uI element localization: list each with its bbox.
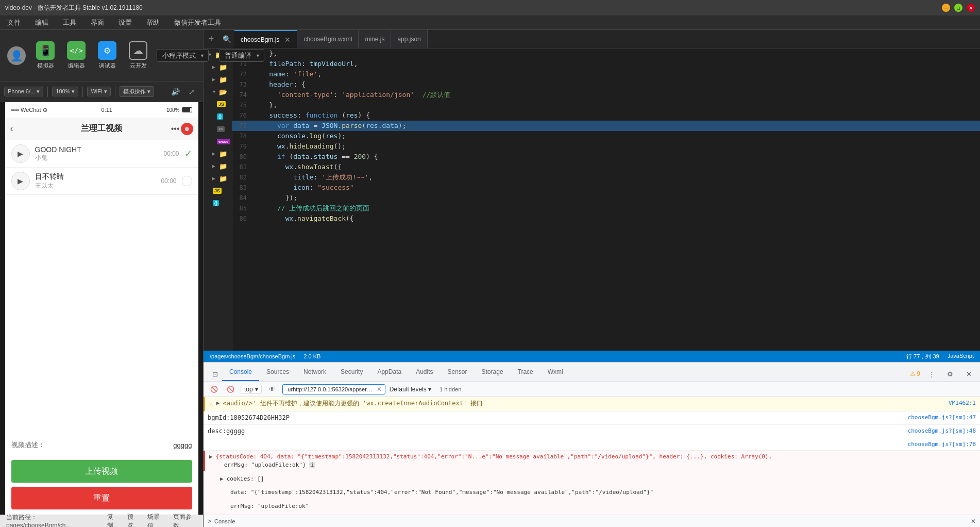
zoom-select[interactable]: 100% ▾: [52, 87, 78, 96]
close-tab-choosebgm-js[interactable]: ✕: [284, 36, 291, 44]
copy-button[interactable]: 复制: [107, 513, 119, 528]
record-button[interactable]: ⏺: [181, 123, 193, 135]
console-top-filter[interactable]: top ▾: [241, 385, 262, 394]
devtools-more-button[interactable]: ⋮: [924, 367, 939, 381]
mode-select-wrapper[interactable]: 小程序模式: [157, 49, 209, 62]
upload-video-button[interactable]: 上传视频: [11, 460, 192, 483]
song-item-2[interactable]: ▶ 目不转睛 王以太 00:00: [5, 168, 198, 195]
menu-wechat-devtools[interactable]: 微信开发者工具: [171, 17, 224, 28]
devtools-settings-button[interactable]: ⚙: [943, 367, 957, 381]
tab-sensor[interactable]: Sensor: [441, 364, 475, 381]
log-link-bgmid-1[interactable]: chooseBgm.js?[sm]:47: [908, 414, 976, 421]
default-levels-button[interactable]: Default levels ▾: [390, 386, 431, 393]
console-url-filter[interactable]: -urhttp://127.0.0.1:56320/appservice/_ ✕: [282, 384, 385, 394]
tab-storage[interactable]: Storage: [475, 364, 511, 381]
tab-choosebgm-wxml[interactable]: chooseBgm.wxml: [297, 30, 359, 48]
tab-console[interactable]: Console: [222, 364, 259, 381]
play-button-2[interactable]: ▶: [11, 172, 30, 190]
tree-folder-choosen[interactable]: ▼ 📂: [204, 86, 232, 98]
log-text-bgmid-1: bgmId:18052674D26HH32P: [208, 414, 290, 422]
devtools-close-button[interactable]: ✕: [961, 367, 976, 381]
tab-app-json[interactable]: app.json: [391, 30, 427, 48]
expand-arrow-1[interactable]: ▶: [216, 399, 220, 407]
tree-file-js[interactable]: JS: [204, 98, 232, 110]
menu-settings[interactable]: 设置: [115, 17, 135, 28]
select-circle-2[interactable]: [182, 176, 192, 186]
console-prompt-icon[interactable]: >: [208, 518, 211, 525]
profile-button[interactable]: 👤: [4, 44, 29, 67]
tab-trace[interactable]: Trace: [511, 364, 540, 381]
expand-arrow-err[interactable]: ▶: [209, 453, 213, 460]
log-link-empty[interactable]: chooseBgm.js?[sm]:78: [908, 440, 976, 448]
menu-view[interactable]: 界面: [88, 17, 107, 28]
song-title-1: GOOD NIGHT: [35, 145, 159, 154]
editor-button[interactable]: </> 编辑器: [62, 38, 91, 73]
back-button[interactable]: ‹: [10, 123, 13, 134]
devtools-dock-button[interactable]: ⊡: [208, 367, 222, 381]
log-text-desc-1: desc:ggggg: [208, 427, 245, 436]
code-line-82: 82 title: '上传成功!~~',: [232, 172, 980, 183]
tree-file-jsx-2[interactable]: (): [204, 197, 232, 209]
page-params-button[interactable]: 页面参数: [173, 513, 197, 528]
menu-tools[interactable]: 工具: [60, 17, 79, 28]
reset-button[interactable]: 重置: [11, 487, 192, 509]
tree-folder-4[interactable]: ▶ 📁: [204, 160, 232, 172]
action-select[interactable]: 模拟操作 ▾: [120, 86, 154, 97]
menu-help[interactable]: 帮助: [143, 17, 163, 28]
code-editor[interactable]: 70 }, 71 filePath: tmpVideoUrl, 72 name:…: [232, 48, 980, 351]
menu-edit[interactable]: 编辑: [32, 17, 52, 28]
volume-btn[interactable]: 🔊: [168, 85, 182, 99]
preview-status-button[interactable]: 预览: [127, 513, 139, 528]
url-filter-clear[interactable]: ✕: [377, 386, 382, 393]
search-tab-button[interactable]: 🔍: [219, 30, 234, 48]
warning-count: 9: [917, 370, 920, 377]
song-item-1[interactable]: ▶ GOOD NIGHT 小鬼 00:00 ✓: [5, 140, 198, 168]
tree-folder-2[interactable]: ▶ 📁: [204, 73, 232, 86]
compile-select[interactable]: 普通编译: [219, 49, 264, 62]
tab-mine-js[interactable]: mine.js: [359, 30, 391, 48]
tab-network[interactable]: Network: [296, 364, 333, 381]
tree-file-wxml[interactable]: <>: [204, 123, 232, 135]
maximize-button[interactable]: □: [954, 4, 962, 12]
language: JavaScript: [948, 353, 974, 360]
play-button-1[interactable]: ▶: [11, 144, 30, 163]
tab-security[interactable]: Security: [333, 364, 370, 381]
menu-file[interactable]: 文件: [4, 17, 24, 28]
minimize-button[interactable]: ─: [942, 4, 950, 12]
tab-appdata[interactable]: AppData: [370, 364, 409, 381]
warning-icon: ⚠: [910, 370, 916, 377]
tree-folder-5[interactable]: ▶ 📁: [204, 172, 232, 185]
cloud-dev-button[interactable]: ☁ 云开发: [124, 38, 153, 73]
tab-sources[interactable]: Sources: [259, 364, 296, 381]
log-link-desc-1[interactable]: chooseBgm.js?[sm]:48: [908, 427, 976, 435]
device-select[interactable]: Phone 6/... ▾: [4, 87, 43, 96]
devtools-bottom-close[interactable]: ✕: [971, 518, 976, 525]
console-toolbar: 🚫 🚫 top ▾ 👁 -urhttp://127.0.0.1:56320/ap…: [204, 382, 980, 397]
warn-text-1: <audio/>' 组件不再维护，建议使用能力更强的 'wx.createInn…: [223, 399, 483, 408]
folder-icon-4: 📁: [219, 162, 227, 170]
compile-select-wrapper[interactable]: 普通编译: [219, 49, 264, 62]
tree-folder-3[interactable]: ▶ 📁: [204, 147, 232, 160]
debugger-button[interactable]: ⚙ 调试器: [93, 38, 122, 73]
tree-folder-1[interactable]: ▶ 📁: [204, 61, 232, 73]
current-path-label: 当前路径： pages/chooseBgm/ch...: [6, 513, 99, 527]
tab-wxml[interactable]: Wxml: [540, 364, 570, 381]
add-tab-button[interactable]: +: [204, 30, 219, 48]
network-select[interactable]: WiFi ▾: [87, 87, 110, 96]
simulator-button[interactable]: 📱 模拟器: [31, 38, 60, 73]
console-eye-button[interactable]: 👁: [266, 383, 278, 396]
console-clear-button[interactable]: 🚫: [208, 383, 220, 396]
warn-link-1[interactable]: VM1462:1: [949, 399, 976, 407]
console-filter-button[interactable]: 🚫: [224, 383, 236, 396]
expand-cookies[interactable]: ▶: [220, 475, 224, 483]
fullscreen-btn[interactable]: ⤢: [184, 85, 199, 99]
mode-select[interactable]: 小程序模式: [157, 49, 209, 62]
tree-file-wxss[interactable]: wxss: [204, 135, 232, 147]
scene-value-button[interactable]: 场景值: [147, 513, 165, 528]
tab-choosebgm-js[interactable]: chooseBgm.js ✕: [234, 30, 297, 48]
nav-dots-button[interactable]: •••: [171, 124, 180, 134]
close-button[interactable]: ✕: [967, 4, 975, 12]
tree-file-js-2[interactable]: JS: [204, 185, 232, 197]
tab-audits[interactable]: Audits: [409, 364, 440, 381]
tree-file-jsx[interactable]: (): [204, 110, 232, 123]
